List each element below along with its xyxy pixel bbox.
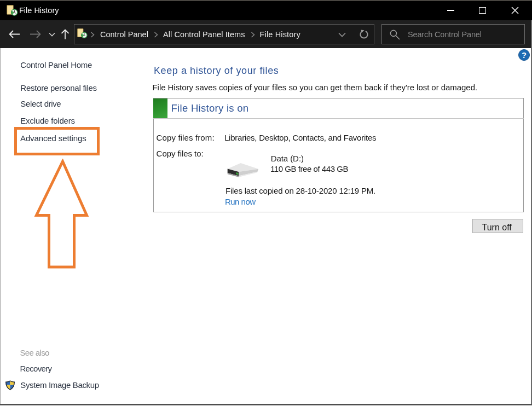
svg-text:?: ?: [522, 51, 527, 60]
